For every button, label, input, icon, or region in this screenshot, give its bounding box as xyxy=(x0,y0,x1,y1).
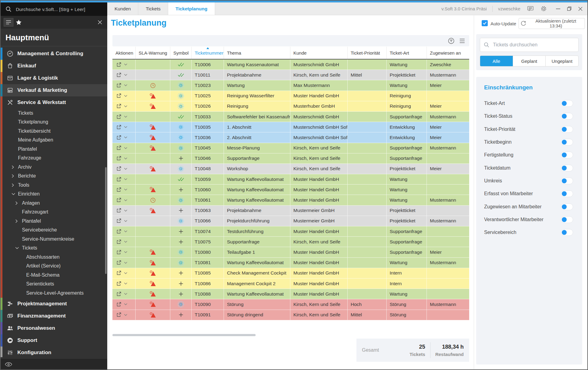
visibility-eye-icon[interactable] xyxy=(5,362,12,367)
row-actions-chevron-icon[interactable] xyxy=(124,241,127,243)
open-ticket-icon[interactable] xyxy=(116,197,122,203)
column-header-ticketnummer[interactable]: Ticketnummer xyxy=(192,47,224,59)
segment-ungeplant[interactable]: Ungeplant xyxy=(546,56,578,66)
window-close-button[interactable] xyxy=(578,7,583,11)
feedback-chat-icon[interactable] xyxy=(527,6,534,12)
sidebar-scrollbar[interactable] xyxy=(105,167,107,274)
tab-tickets[interactable]: Tickets xyxy=(138,2,168,15)
filter-toggle-verantwortlicher-mitarbeiter[interactable] xyxy=(561,216,573,223)
sidebar-item-tickets[interactable]: Tickets xyxy=(1,109,107,118)
open-ticket-icon[interactable] xyxy=(116,208,122,213)
column-header-aktionen[interactable]: Aktionen xyxy=(112,47,136,59)
ticket-row-t10045[interactable]: T10045Messe-PlanungKirsch, Kern und Seif… xyxy=(112,143,469,153)
sidebar-item-tools[interactable]: Tools xyxy=(1,181,107,190)
sidebar-item-finanzmanagement[interactable]: Finanzmanagement xyxy=(1,310,107,322)
open-ticket-icon[interactable] xyxy=(116,260,122,265)
sidebar-item-tickets[interactable]: Tickets xyxy=(1,244,107,253)
open-ticket-icon[interactable] xyxy=(116,250,122,255)
ticket-row-t10006[interactable]: T10006Wartung KassenautomatMusterschmidt… xyxy=(112,59,469,70)
open-ticket-icon[interactable] xyxy=(116,103,122,109)
row-actions-chevron-icon[interactable] xyxy=(124,95,127,97)
filter-toggle-zugewiesen-an-mitarbeiter[interactable] xyxy=(561,203,573,210)
ticket-row-t10025[interactable]: T10025Reinigung WasserfilterMuster Hande… xyxy=(112,91,469,101)
sidebar-item-einrichten[interactable]: Einrichten xyxy=(1,190,107,199)
open-ticket-icon[interactable] xyxy=(116,166,122,171)
sidebar-item-ticketplanung[interactable]: Ticketplanung xyxy=(1,118,107,127)
favorites-icon[interactable] xyxy=(16,20,22,25)
ticket-row-t10081[interactable]: T10081Wartung KaffeevollautomatMuster Ha… xyxy=(112,258,469,268)
sidebar-item-fahrzeugart[interactable]: Fahrzeugart xyxy=(1,208,107,217)
filter-toggle-ticket-priorität[interactable] xyxy=(561,126,573,133)
settings-gear-icon[interactable] xyxy=(540,5,547,12)
ticket-row-t10074[interactable]: T10074TestdurchführungMuster Handel GmbH… xyxy=(112,226,469,237)
tab-kunden[interactable]: Kunden xyxy=(107,2,138,15)
sidebar-item-berichte[interactable]: Berichte xyxy=(1,172,107,181)
refresh-button[interactable]: Aktualisieren (zuletzt 13:34) xyxy=(519,18,585,29)
ticket-row-t10059[interactable]: T10059Wartung KaffeevollautomatMuster Ha… xyxy=(112,174,469,185)
ticket-row-t10061[interactable]: T10061Wartung KaffeevollautomatMuster Ha… xyxy=(112,195,469,205)
column-header-zugewiesen-an[interactable]: Zugewiesen an xyxy=(427,47,469,59)
ticket-row-t10090[interactable]: T10090StörungKirsch, Kern und SeifeHochS… xyxy=(112,299,469,310)
sidebar-item-anlagen[interactable]: Anlagen xyxy=(1,199,107,208)
tab-ticketplanung[interactable]: Ticketplanung xyxy=(168,2,215,15)
sidebar-item-management-controlling[interactable]: Management & Controlling xyxy=(1,48,107,60)
open-ticket-icon[interactable] xyxy=(116,239,122,245)
column-header-thema[interactable]: Thema xyxy=(224,47,290,59)
sidebar-item-service-level-agreements[interactable]: Service-Level-Agreements xyxy=(1,289,107,298)
row-actions-chevron-icon[interactable] xyxy=(124,282,127,285)
open-ticket-icon[interactable] xyxy=(116,145,122,151)
filter-toggle-servicebereich[interactable] xyxy=(561,229,573,236)
row-actions-chevron-icon[interactable] xyxy=(124,293,127,295)
row-actions-chevron-icon[interactable] xyxy=(124,262,127,264)
window-minimize-button[interactable] xyxy=(556,8,560,9)
open-ticket-icon[interactable] xyxy=(116,312,122,318)
close-sidebar-icon[interactable] xyxy=(97,20,102,25)
ticket-row-t10066[interactable]: T10066ProjektdurchführungMustermeier Gmb… xyxy=(112,216,469,226)
sidebar-item-artikel-service[interactable]: Artikel (Service) xyxy=(1,262,107,271)
row-actions-chevron-icon[interactable] xyxy=(124,251,127,253)
row-actions-chevron-icon[interactable] xyxy=(124,157,127,160)
ticket-row-t10085[interactable]: T10085Check Management CockpitMuster Han… xyxy=(112,268,469,278)
ticket-row-t10046[interactable]: T10046SupportanfrageKirsch, Kern und Sei… xyxy=(112,153,469,164)
window-restore-button[interactable] xyxy=(567,6,572,11)
row-actions-chevron-icon[interactable] xyxy=(124,272,127,274)
row-actions-chevron-icon[interactable] xyxy=(124,126,127,128)
sidebar-item-lager-logistik[interactable]: Lager & Logistik xyxy=(1,72,107,84)
row-actions-chevron-icon[interactable] xyxy=(124,168,127,170)
open-ticket-icon[interactable] xyxy=(116,83,122,88)
ticket-row-t10086[interactable]: T10086Management Cockpit 2Muster Handel … xyxy=(112,278,469,289)
filter-toggle-ticketbeginn[interactable] xyxy=(561,139,573,145)
sidebar-item-konfiguration[interactable]: Konfiguration xyxy=(1,347,107,357)
auto-update-checkbox[interactable] xyxy=(482,20,488,26)
ticket-row-t10036[interactable]: T100362. AbschnittMusterschmidt GmbH Sof… xyxy=(112,132,469,143)
row-actions-chevron-icon[interactable] xyxy=(124,189,127,191)
open-ticket-icon[interactable] xyxy=(116,156,122,161)
ticket-row-t10011[interactable]: T10011ProjektabnahmeKirsch, Kern und Sei… xyxy=(112,70,469,80)
global-search-field[interactable]: Durchsuche v.Soft... [Strg + Leer] xyxy=(1,2,107,16)
sidebar-item-plantafel[interactable]: Plantafel xyxy=(1,217,107,226)
sidebar-item-archiv[interactable]: Archiv xyxy=(1,163,107,172)
filter-toggle-umkreis[interactable] xyxy=(561,178,573,184)
column-header-symbol[interactable]: Symbol xyxy=(170,47,192,59)
row-actions-chevron-icon[interactable] xyxy=(124,199,127,201)
ticket-row-t10063[interactable]: T10063ProjektabnahmeMustermeier GmbHProj… xyxy=(112,206,469,216)
sidebar-item-meine-aufgaben[interactable]: Meine Aufgaben xyxy=(1,136,107,145)
ticket-row-t10091[interactable]: T10091Störung dringendKirsch, Kern und S… xyxy=(112,310,469,320)
ticket-row-t10075[interactable]: T10075SupportanfrageKirsch, Kern und Sei… xyxy=(112,237,469,247)
row-actions-chevron-icon[interactable] xyxy=(124,84,127,86)
row-actions-chevron-icon[interactable] xyxy=(124,314,127,316)
sidebar-item-service-nummernkreise[interactable]: Service-Nummernkreise xyxy=(1,235,107,244)
column-header-ticket-art[interactable]: Ticket-Art xyxy=(387,47,427,59)
row-actions-chevron-icon[interactable] xyxy=(124,220,127,222)
row-actions-chevron-icon[interactable] xyxy=(124,105,127,107)
row-actions-chevron-icon[interactable] xyxy=(124,178,127,180)
column-header-sla-warnung[interactable]: SLA-Warnung xyxy=(136,47,170,59)
filter-toggle-ticket-art[interactable] xyxy=(561,100,573,107)
ticket-row-t10035[interactable]: T100351. AbschnittMusterschmidt GmbH Sof… xyxy=(112,122,469,132)
ticket-search-input[interactable] xyxy=(492,42,575,48)
sidebar-item-e-mail-schema[interactable]: E-Mail-Schema xyxy=(1,271,107,280)
open-ticket-icon[interactable] xyxy=(116,72,122,78)
segment-geplant[interactable]: Geplant xyxy=(513,56,546,66)
open-ticket-icon[interactable] xyxy=(116,177,122,182)
sidebar-item-servicebereiche[interactable]: Servicebereiche xyxy=(1,226,107,235)
